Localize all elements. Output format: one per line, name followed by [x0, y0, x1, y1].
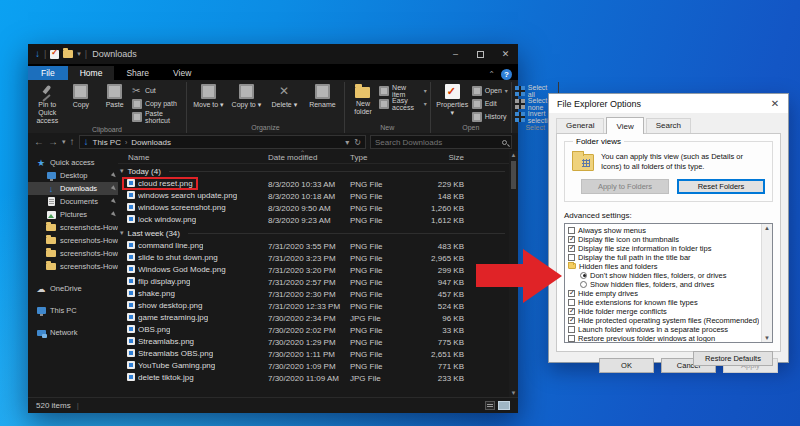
sidebar-item-this-pc[interactable]: This PC: [28, 304, 118, 317]
customize-toolbar-chevron-icon[interactable]: ▾: [77, 50, 81, 58]
scroll-thumb[interactable]: [511, 161, 516, 189]
search-box[interactable]: [370, 135, 512, 149]
file-row[interactable]: slide to shut down.png7/31/2020 3:23 PMP…: [118, 252, 509, 264]
breadcrumb[interactable]: ↓ This PC›Downloads ▾ ↻: [79, 135, 366, 149]
scroll-down-icon[interactable]: ▼: [764, 335, 770, 341]
column-header-type[interactable]: Type: [350, 153, 412, 162]
details-view-icon[interactable]: [485, 401, 495, 410]
file-row[interactable]: OBS.png7/30/2020 2:02 PMPNG File33 KB: [118, 324, 509, 336]
checkbox-checked[interactable]: [568, 308, 575, 315]
checkbox[interactable]: [568, 335, 575, 342]
setting-always-show-menus[interactable]: Always show menus: [568, 226, 759, 235]
column-header-name[interactable]: Name: [118, 153, 268, 162]
file-row[interactable]: show desktop.png7/31/2020 12:33 PMPNG Fi…: [118, 300, 509, 312]
file-row[interactable]: YouTube Gaming.png7/30/2020 1:09 PMPNG F…: [118, 360, 509, 372]
setting-display-file-icon-on-thumbnails[interactable]: Display file icon on thumbnails: [568, 235, 759, 244]
tab-share[interactable]: Share: [114, 66, 161, 80]
sidebar-item-quick-access[interactable]: ★Quick access: [28, 156, 118, 169]
new-folder-shortcut-icon[interactable]: [63, 50, 73, 58]
up-icon[interactable]: ↑: [70, 137, 75, 147]
setting-don-t-show-hidden-files-folders-or-drives[interactable]: Don't show hidden files, folders, or dri…: [568, 271, 759, 280]
checkbox[interactable]: [568, 227, 575, 234]
setting-hide-extensions-for-known-file-types[interactable]: Hide extensions for known file types: [568, 298, 759, 307]
properties-shortcut-icon[interactable]: [50, 50, 59, 59]
edit-button[interactable]: Edit: [472, 98, 508, 109]
file-group-header[interactable]: ▾Last week (34): [118, 226, 509, 240]
restore-defaults-button[interactable]: Restore Defaults: [693, 351, 773, 366]
search-input[interactable]: [375, 138, 502, 147]
column-header-date-modified[interactable]: Date modified⌃: [268, 153, 350, 162]
setting-hide-empty-drives[interactable]: Hide empty drives: [568, 289, 759, 298]
column-header-size[interactable]: Size: [412, 153, 470, 162]
file-row[interactable]: cloud reset.png8/3/2020 10:33 AMPNG File…: [118, 178, 509, 190]
sidebar-item-desktop[interactable]: Desktop: [28, 169, 118, 182]
collapse-ribbon-icon[interactable]: ⌃: [488, 70, 495, 79]
open-button[interactable]: Open▾: [472, 85, 508, 96]
sidebar-item-downloads[interactable]: ↓Downloads: [28, 182, 118, 195]
setting-hidden-files-and-folders[interactable]: Hidden files and folders: [568, 262, 759, 271]
setting-restore-previous-folder-windows-at-logon[interactable]: Restore previous folder windows at logon: [568, 334, 759, 343]
file-row[interactable]: delete tiktok.jpg7/30/2020 11:09 AMJPG F…: [118, 372, 509, 384]
minimize-button[interactable]: –: [443, 44, 468, 64]
new-folder-button[interactable]: New folder: [348, 82, 378, 116]
file-row[interactable]: windows screenshot.png8/3/2020 9:50 AMPN…: [118, 202, 509, 214]
file-group-header[interactable]: ▾Today (4): [118, 164, 509, 178]
dialog-close-icon[interactable]: ✕: [762, 98, 788, 109]
help-icon[interactable]: ?: [501, 69, 512, 80]
cut-button[interactable]: Cut: [132, 85, 183, 96]
checkbox[interactable]: [568, 299, 575, 306]
copy-to-button[interactable]: Copy to ▾: [228, 82, 265, 109]
sidebar-item-pictures[interactable]: Pictures: [28, 208, 118, 221]
dialog-tab-view[interactable]: View: [606, 117, 643, 134]
sidebar-item-screenshots-how-to[interactable]: screenshots-How-to: [28, 247, 118, 260]
easy-access-button[interactable]: Easy access▾: [379, 98, 427, 109]
copy-button[interactable]: Copy: [65, 82, 98, 109]
file-row[interactable]: lock window.png8/3/2020 9:23 AMPNG File1…: [118, 214, 509, 226]
file-row[interactable]: shake.png7/31/2020 2:30 PMPNG File457 KB: [118, 288, 509, 300]
close-button[interactable]: ✕: [493, 44, 518, 64]
file-row[interactable]: Windows God Mode.png7/31/2020 3:20 PMPNG…: [118, 264, 509, 276]
sidebar-item-screenshots-how-to[interactable]: screenshots-How-to: [28, 221, 118, 234]
checkbox-checked[interactable]: [568, 236, 575, 243]
dialog-tab-search[interactable]: Search: [646, 118, 691, 133]
radio[interactable]: [580, 281, 587, 288]
paste-button[interactable]: Paste: [98, 82, 131, 109]
file-row[interactable]: game streaming.jpg7/30/2020 2:34 PMJPG F…: [118, 312, 509, 324]
checkbox[interactable]: [568, 254, 575, 261]
dialog-tab-general[interactable]: General: [556, 118, 604, 133]
scroll-down-icon[interactable]: ▼: [511, 389, 517, 397]
forward-icon[interactable]: →: [48, 137, 58, 147]
checkbox-checked[interactable]: [568, 290, 575, 297]
setting-hide-protected-operating-system-files-recommended[interactable]: Hide protected operating system files (R…: [568, 316, 759, 325]
radio-selected[interactable]: [580, 272, 587, 279]
pin-to-quick-access-button[interactable]: Pin to Quick access: [31, 82, 64, 125]
reset-folders-button[interactable]: Reset Folders: [677, 179, 765, 194]
recent-locations-chevron-icon[interactable]: ▾: [62, 137, 66, 147]
scroll-up-icon[interactable]: ▲: [511, 151, 517, 159]
setting-show-hidden-files-folders-and-drives[interactable]: Show hidden files, folders, and drives: [568, 280, 759, 289]
paste-shortcut-button[interactable]: Paste shortcut: [132, 111, 183, 122]
sidebar-item-screenshots-how-to[interactable]: screenshots-How-to: [28, 234, 118, 247]
sidebar-item-screenshots-how-to[interactable]: screenshots-How-to: [28, 260, 118, 273]
file-row[interactable]: command line.png7/31/2020 3:55 PMPNG Fil…: [118, 240, 509, 252]
copy-path-button[interactable]: Copy path: [132, 98, 183, 109]
rename-button[interactable]: Rename: [304, 82, 341, 109]
back-icon[interactable]: ←: [34, 137, 44, 147]
file-row[interactable]: windows search update.png8/3/2020 10:18 …: [118, 190, 509, 202]
tab-file[interactable]: File: [28, 66, 68, 80]
checkbox[interactable]: [568, 326, 575, 333]
checkbox-checked[interactable]: [568, 245, 575, 252]
tab-home[interactable]: Home: [68, 66, 115, 80]
scroll-up-icon[interactable]: ▲: [764, 225, 770, 231]
breadcrumb-item-downloads[interactable]: Downloads: [131, 138, 171, 147]
maximize-button[interactable]: [468, 44, 493, 64]
tab-view[interactable]: View: [161, 66, 203, 80]
sidebar-item-documents[interactable]: Documents: [28, 195, 118, 208]
address-dropdown-chevron-icon[interactable]: ▾: [345, 138, 349, 147]
file-row[interactable]: Streamlabs OBS.png7/30/2020 1:11 PMPNG F…: [118, 348, 509, 360]
sidebar-item-network[interactable]: Network: [28, 326, 118, 339]
sidebar-item-onedrive[interactable]: ☁OneDrive: [28, 282, 118, 295]
breadcrumb-item-this-pc[interactable]: This PC: [93, 138, 121, 147]
dialog-scrollbar[interactable]: ▲ ▼: [761, 224, 772, 342]
large-icons-view-icon[interactable]: [498, 401, 510, 410]
